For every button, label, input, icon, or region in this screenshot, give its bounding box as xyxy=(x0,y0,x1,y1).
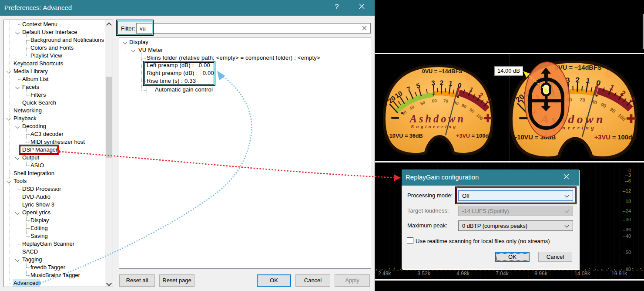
svg-text:0VU = –14dBFS: 0VU = –14dBFS xyxy=(422,68,463,74)
svg-text:0VU = –14dBFS: 0VU = –14dBFS xyxy=(555,64,602,71)
svg-text:60: 60 xyxy=(566,97,572,102)
svg-text:Ashdown: Ashdown xyxy=(540,113,606,125)
svg-text:2: 2 xyxy=(575,76,580,84)
svg-text:60: 60 xyxy=(432,98,437,103)
svg-text:2: 2 xyxy=(439,79,443,86)
svg-text:3: 3 xyxy=(431,79,435,87)
svg-text:+3VU = 100dB: +3VU = 100dB xyxy=(456,133,493,139)
svg-text:Engineering: Engineering xyxy=(541,125,596,131)
svg-text:–10VU = 36dB: –10VU = 36dB xyxy=(513,134,556,140)
svg-text:70: 70 xyxy=(579,97,585,102)
svg-text:3: 3 xyxy=(565,76,570,84)
svg-text:Ashdown: Ashdown xyxy=(409,113,466,125)
svg-text:+3VU = 100dB: +3VU = 100dB xyxy=(594,134,637,140)
svg-text:Engineering: Engineering xyxy=(410,124,457,129)
svg-text:–10VU = 36dB: –10VU = 36dB xyxy=(386,133,423,139)
svg-text:70: 70 xyxy=(443,98,449,104)
